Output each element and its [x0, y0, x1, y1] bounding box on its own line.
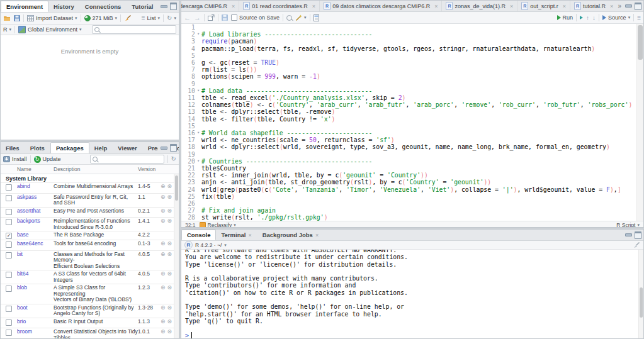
browse-package-icon[interactable]: ⊕: [161, 184, 166, 189]
package-checkbox[interactable]: [6, 330, 12, 336]
scrollbar-thumb[interactable]: [175, 175, 178, 201]
package-link[interactable]: bit64: [17, 271, 54, 277]
import-dataset-button[interactable]: Import Dataset ▾: [27, 15, 77, 21]
scrollbar-thumb[interactable]: [640, 287, 643, 318]
packages-pane-tab-plots[interactable]: Plots: [25, 142, 50, 153]
environment-tab-environment[interactable]: Environment: [1, 1, 48, 12]
source-button[interactable]: Source ▾: [602, 14, 630, 21]
column-description[interactable]: Description: [54, 166, 138, 172]
package-checkbox[interactable]: [6, 320, 12, 326]
packages-pane-tab-files[interactable]: Files: [1, 142, 25, 153]
column-version[interactable]: Version: [138, 166, 161, 172]
find-replace-icon[interactable]: [286, 15, 292, 21]
remove-package-icon[interactable]: ⊗: [167, 271, 172, 277]
package-link[interactable]: brio: [17, 319, 54, 325]
popout-window-icon[interactable]: [208, 14, 215, 21]
fold-section-icon[interactable]: ▾: [195, 31, 201, 38]
package-link[interactable]: blob: [17, 285, 54, 291]
packages-search-input[interactable]: [99, 156, 162, 162]
list-view-button[interactable]: ≡ List ▾: [142, 15, 160, 21]
browse-package-icon[interactable]: ⊕: [161, 252, 166, 257]
package-link[interactable]: assertthat: [17, 208, 54, 214]
browse-package-icon[interactable]: ⊕: [161, 329, 166, 335]
fold-section-icon[interactable]: ▾: [195, 130, 201, 136]
go-to-previous-chunk-icon[interactable]: ↑: [586, 14, 589, 21]
packages-pane-tab-viewer[interactable]: Viewer: [113, 142, 142, 153]
remove-package-icon[interactable]: ⊗: [167, 329, 172, 335]
save-workspace-button[interactable]: [14, 15, 20, 21]
close-icon[interactable]: ×: [434, 3, 438, 9]
file-tab-09-datos-climaticos-descarga-cmip6-r[interactable]: R09 datos climaticos descarga CMIP6.R×: [320, 1, 442, 11]
environment-tab-history[interactable]: History: [48, 1, 80, 12]
clear-environment-button[interactable]: [124, 14, 132, 22]
chevron-down-icon[interactable]: ▾: [224, 243, 227, 248]
browse-package-icon[interactable]: ⊕: [161, 194, 166, 200]
package-checkbox[interactable]: [6, 219, 12, 225]
package-link[interactable]: base: [17, 232, 54, 238]
close-icon[interactable]: ×: [312, 3, 315, 9]
file-tab-01-read-coordinates-r[interactable]: R01 read coordinates.R×: [239, 1, 320, 11]
packages-search-box[interactable]: [90, 155, 164, 164]
update-packages-button[interactable]: ↻ Update: [34, 156, 61, 163]
package-checkbox[interactable]: ✓: [6, 233, 12, 239]
close-icon[interactable]: ×: [510, 3, 513, 9]
package-checkbox[interactable]: [6, 195, 12, 201]
console-scrollbar[interactable]: [638, 250, 643, 339]
compile-report-icon[interactable]: [314, 14, 319, 21]
package-link[interactable]: boot: [17, 305, 54, 311]
browse-package-icon[interactable]: ⊕: [161, 271, 166, 277]
file-tab-tutorial-r[interactable]: Rtutorial.R×: [570, 1, 614, 11]
file-tab-out-script-r[interactable]: Rout_script.r×: [517, 1, 570, 11]
package-checkbox[interactable]: [6, 184, 12, 191]
maximize-pane-icon[interactable]: [170, 3, 177, 10]
close-icon[interactable]: ×: [315, 232, 319, 238]
minimize-pane-icon[interactable]: [161, 147, 167, 150]
browse-package-icon[interactable]: ⊕: [161, 305, 166, 311]
browse-package-icon[interactable]: ⊕: [161, 241, 166, 247]
package-checkbox[interactable]: [6, 272, 12, 278]
minimize-pane-icon[interactable]: [625, 233, 632, 236]
package-link[interactable]: askpass: [17, 194, 54, 201]
package-checkbox[interactable]: [6, 252, 12, 258]
browse-package-icon[interactable]: ⊕: [161, 208, 166, 214]
package-link[interactable]: base64enc: [17, 241, 54, 247]
minimize-pane-icon[interactable]: [625, 4, 632, 8]
section-navigator[interactable]: Reclassify ▾: [200, 222, 236, 228]
load-workspace-button[interactable]: [3, 14, 11, 22]
remove-package-icon[interactable]: ⊗: [167, 285, 172, 291]
scrollbar-thumb[interactable]: [638, 25, 643, 60]
browse-package-icon[interactable]: ⊕: [161, 319, 166, 325]
package-checkbox[interactable]: [6, 209, 12, 215]
console-pane-tab-terminal[interactable]: Terminal×: [216, 230, 257, 240]
browse-package-icon[interactable]: ⊕: [161, 218, 166, 224]
column-name[interactable]: Name: [17, 166, 54, 172]
environment-tab-connections[interactable]: Connections: [80, 1, 127, 12]
clear-console-broom-icon[interactable]: [633, 242, 640, 249]
package-link[interactable]: backports: [17, 218, 54, 225]
forward-icon[interactable]: →: [194, 14, 201, 21]
memory-usage-button[interactable]: 271 MiB ▾: [84, 15, 118, 21]
package-link[interactable]: broom: [17, 329, 54, 335]
install-packages-button[interactable]: Install: [3, 156, 27, 162]
source-on-save-toggle[interactable]: Source on Save: [231, 14, 280, 21]
minimize-pane-icon[interactable]: [161, 5, 167, 8]
file-tab-s-descarga-cmip6-r[interactable]: s descarga CMIP6.R×: [181, 1, 239, 11]
code-tools-button[interactable]: ▾: [295, 14, 307, 21]
environment-search-box[interactable]: [92, 25, 176, 34]
package-checkbox[interactable]: [6, 286, 12, 292]
packages-pane-tab-packages[interactable]: Packages: [50, 142, 89, 153]
back-icon[interactable]: ←: [184, 14, 191, 21]
close-icon[interactable]: ×: [610, 3, 613, 9]
remove-package-icon[interactable]: ⊗: [167, 252, 172, 257]
maximize-pane-icon[interactable]: [635, 231, 641, 239]
tab-overflow-icon[interactable]: »: [618, 3, 621, 9]
fold-section-icon[interactable]: ▾: [195, 158, 201, 165]
file-type-selector[interactable]: R Script ▾: [616, 222, 640, 228]
environment-scope-selector[interactable]: Global Environment ▾: [18, 26, 82, 33]
package-checkbox[interactable]: [6, 242, 12, 248]
save-file-icon[interactable]: [222, 14, 228, 21]
go-to-next-chunk-icon[interactable]: ↓: [592, 14, 596, 21]
remove-package-icon[interactable]: ⊗: [167, 194, 172, 200]
console-prompt-line[interactable]: >: [185, 332, 643, 339]
environment-search-input[interactable]: [101, 26, 174, 33]
